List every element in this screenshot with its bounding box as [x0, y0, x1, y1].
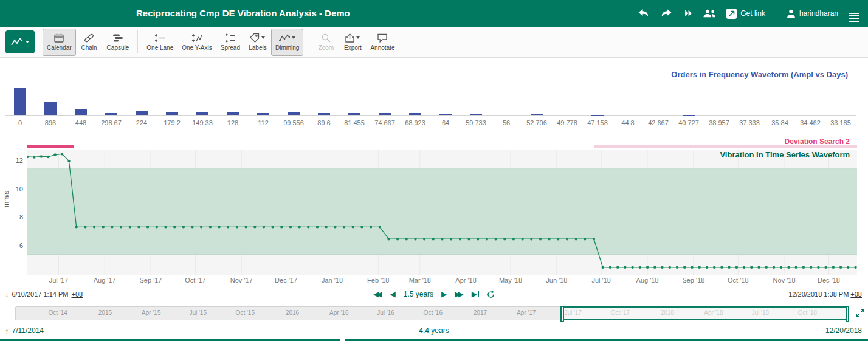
freq-bar — [288, 112, 300, 115]
range-start-datetime[interactable]: 6/10/2017 1:14 PM — [12, 291, 69, 298]
magnifier-icon — [322, 33, 331, 43]
range-end-datetime[interactable]: 12/20/2018 1:38 PM — [788, 291, 849, 298]
refresh-button[interactable] — [487, 291, 495, 298]
user-menu[interactable]: harindharan — [787, 9, 838, 18]
range-start-arrow-icon[interactable]: ↓ — [5, 290, 9, 299]
tag-icon — [250, 33, 260, 43]
timeline-tick-label: 2017 — [465, 309, 495, 316]
step-back-button[interactable]: ◀ — [390, 291, 395, 298]
deviation-capsule-label[interactable]: Deviation Search 2 — [785, 137, 850, 146]
timeline-tick-label: 2016 — [277, 309, 308, 316]
selection-left-handle[interactable] — [560, 306, 564, 322]
toolbar-button-one-lane[interactable]: One Lane — [142, 29, 177, 56]
freq-bar — [227, 112, 239, 115]
frequency-waveform-chart[interactable]: Orders in Frequency Waveform (Ampl vs Da… — [0, 61, 868, 131]
one-y-axis-icon — [191, 33, 202, 43]
x-axis-tick-label: Jan '18 — [314, 277, 351, 284]
go-to-now-button[interactable]: ▶ — [472, 291, 479, 298]
deviation-capsule-bar[interactable] — [27, 145, 74, 148]
freq-axis-tick-label: 81.455 — [339, 119, 370, 126]
export-icon — [345, 33, 354, 43]
end-timezone-link[interactable]: +08 — [850, 291, 862, 298]
users-icon[interactable] — [703, 9, 716, 18]
toolbar-button-dimming[interactable]: Dimming — [271, 29, 303, 56]
freq-axis-tick-label: 42.667 — [643, 119, 673, 126]
freq-bar-column — [491, 61, 522, 115]
timeline-tick-label: 2015 — [90, 309, 120, 316]
freq-bar-column — [370, 61, 400, 115]
selection-right-handle[interactable] — [846, 306, 849, 322]
trend-plot-area[interactable] — [27, 150, 857, 275]
range-duration[interactable]: 1.5 years — [404, 290, 433, 298]
hamburger-menu-icon[interactable] — [849, 11, 859, 16]
x-axis-tick-label: Nov '18 — [766, 277, 802, 284]
toolbar-button-annotate[interactable]: Annotate — [366, 29, 399, 56]
investigate-start-arrow-icon[interactable]: ↑ — [5, 326, 9, 336]
expand-timeline-button[interactable] — [855, 308, 865, 320]
dimming-icon — [279, 33, 290, 42]
x-axis-tick-label: Jul '17 — [40, 277, 77, 284]
trend-view-dropdown-button[interactable] — [5, 30, 35, 53]
freq-bar — [257, 113, 269, 115]
x-axis-tick-label: Dec '18 — [811, 277, 847, 284]
freq-axis-tick-label: 44.8 — [613, 119, 643, 126]
x-axis-tick-label: Sep '18 — [675, 277, 712, 284]
toolbar-button-export[interactable]: Export — [339, 29, 366, 56]
forward-all-icon[interactable] — [682, 10, 693, 17]
toolbar-button-calendar[interactable]: Calendar — [43, 29, 76, 56]
get-link-label: Get link — [740, 9, 765, 18]
chevron-down-icon — [26, 41, 29, 43]
freq-axis-tick-label: 64 — [430, 119, 461, 126]
x-axis-tick-label: Aug '17 — [86, 277, 123, 284]
freq-axis-tick-label: 298.67 — [96, 119, 126, 126]
freq-bar-column — [35, 61, 66, 115]
timeline-selection[interactable] — [562, 306, 848, 320]
toolbar-button-chain[interactable]: Chain — [76, 29, 103, 56]
investigate-start-date[interactable]: 7/11/2014 — [12, 326, 44, 335]
freq-axis-tick-label: 56 — [491, 119, 522, 126]
freq-axis-tick-label: 49.778 — [552, 119, 582, 126]
toolbar-button-capsule[interactable]: Capsule — [103, 29, 134, 56]
investigate-end-date[interactable]: 12/20/2018 — [607, 326, 868, 335]
start-timezone-link[interactable]: +08 — [71, 291, 83, 298]
step-forward-button[interactable]: ▶ — [441, 291, 447, 298]
expand-arrows-icon — [855, 308, 865, 318]
undo-icon[interactable] — [638, 9, 650, 18]
freq-axis-tick-label: 448 — [66, 119, 96, 126]
frequency-bars-area[interactable] — [5, 61, 856, 116]
timeline-tick-label: Apr '15 — [136, 309, 167, 316]
freq-axis-tick-label: 179.2 — [157, 119, 187, 126]
freq-bar-column — [734, 61, 765, 115]
freq-bar — [409, 113, 421, 115]
step-forward-fast-button[interactable]: ▶▶ — [455, 291, 463, 298]
chevron-down-icon — [292, 36, 295, 39]
freq-axis-tick-label: 0 — [5, 119, 35, 126]
y-axis-tick-label: 10 — [7, 185, 23, 193]
freq-bar-column — [96, 61, 126, 115]
freq-axis-tick-label: 224 — [126, 119, 157, 126]
x-axis-tick-label: Jul '18 — [583, 277, 619, 284]
one-lane-icon — [154, 33, 165, 43]
freq-bar-column — [825, 61, 856, 115]
freq-bar-column — [218, 61, 248, 115]
step-back-fast-button[interactable]: ◀◀ — [373, 291, 382, 298]
toolbar-divider — [137, 30, 138, 53]
toolbar-button-one-y-axis[interactable]: One Y-Axis — [177, 29, 216, 56]
freq-bar — [14, 88, 26, 115]
freq-bar — [196, 112, 208, 115]
investigate-range-row: ↑ 7/11/2014 4.4 years 12/20/2018 — [0, 323, 868, 338]
trend-series-label[interactable]: Vibration in Time Series Waveform — [720, 150, 850, 159]
user-icon — [787, 9, 796, 18]
freq-bar-column — [582, 61, 613, 115]
freq-bar-column — [157, 61, 187, 115]
redo-icon[interactable] — [660, 9, 672, 18]
get-link-button[interactable]: Get link — [726, 9, 765, 19]
toolbar-button-zoom: Zoom — [312, 29, 339, 56]
trend-icon — [11, 38, 23, 46]
freq-axis-tick-label: 35.84 — [765, 119, 795, 126]
freq-bar-column — [522, 61, 552, 115]
toolbar-button-labels[interactable]: Labels — [244, 29, 271, 56]
freq-axis-tick-label: 47.158 — [582, 119, 613, 126]
toolbar-divider — [308, 30, 308, 53]
toolbar-button-spread[interactable]: Spread — [216, 29, 244, 56]
